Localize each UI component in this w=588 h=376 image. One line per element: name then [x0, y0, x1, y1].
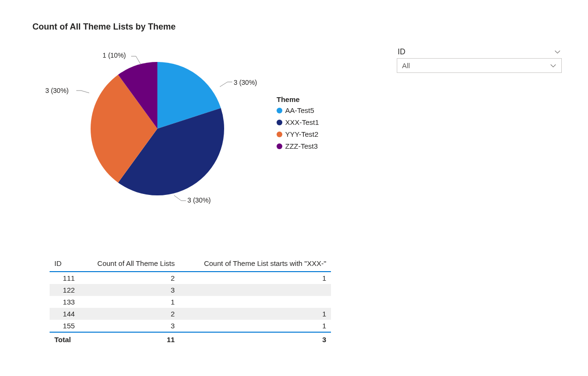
- cell-count-xxx: 1: [179, 308, 331, 320]
- legend-dot-icon: [277, 108, 282, 113]
- cell-count-xxx: [179, 296, 331, 308]
- legend-label: XXX-Test1: [285, 118, 319, 126]
- total-count-xxx: 3: [179, 332, 331, 346]
- cell-id: 144: [50, 308, 80, 320]
- total-label: Total: [50, 332, 80, 346]
- legend-dot-icon: [277, 143, 282, 149]
- cell-count-all: 1: [80, 296, 180, 308]
- col-count-all[interactable]: Count of All Theme Lists: [80, 257, 180, 272]
- legend-dot-icon: [277, 120, 282, 125]
- cell-count-xxx: 1: [179, 320, 331, 332]
- slicer-value: All: [402, 61, 410, 70]
- table-row[interactable]: 133 1: [50, 296, 331, 308]
- table-row[interactable]: 155 3 1: [50, 320, 331, 332]
- legend-item-zzz-test3[interactable]: ZZZ-Test3: [277, 142, 319, 150]
- chevron-down-icon: [550, 62, 557, 69]
- pie-label-slice2: 3 (30%): [45, 87, 69, 94]
- total-count-all: 11: [80, 332, 180, 346]
- svg-line-2: [174, 195, 181, 201]
- pie-label-slice0: 3 (30%): [234, 79, 257, 86]
- table-total-row: Total 11 3: [50, 332, 331, 346]
- cell-id: 122: [50, 284, 80, 296]
- legend: Theme AA-Test5 XXX-Test1 YYY-Test2 ZZZ-T…: [277, 95, 319, 154]
- legend-item-yyy-test2[interactable]: YYY-Test2: [277, 130, 319, 138]
- table-row[interactable]: 144 2 1: [50, 308, 331, 320]
- col-id[interactable]: ID: [50, 257, 80, 272]
- data-table[interactable]: ID Count of All Theme Lists Count of The…: [50, 257, 331, 346]
- cell-id: 155: [50, 320, 80, 332]
- cell-count-all: 2: [80, 272, 180, 284]
- chevron-down-icon: [554, 49, 561, 55]
- chart-title: Count of All Theme Lists by Theme: [32, 22, 175, 32]
- col-count-xxx[interactable]: Count of Theme List starts with "XXX-": [179, 257, 331, 272]
- slicer-field-label: ID: [398, 48, 405, 56]
- slicer-header[interactable]: ID: [397, 48, 562, 58]
- table-row[interactable]: 111 2 1: [50, 272, 331, 284]
- pie-chart[interactable]: 3 (30%) 3 (30%) 3 (30%) 1 (10%) Theme AA…: [43, 43, 339, 214]
- pie-svg: [43, 43, 262, 214]
- legend-title: Theme: [277, 95, 319, 103]
- cell-count-all: 3: [80, 320, 180, 332]
- pie-label-slice1: 3 (30%): [187, 196, 211, 204]
- svg-line-4: [81, 91, 89, 93]
- cell-id: 133: [50, 296, 80, 308]
- legend-label: AA-Test5: [285, 106, 314, 114]
- pie-label-slice3: 1 (10%): [103, 51, 126, 59]
- cell-count-all: 3: [80, 284, 180, 296]
- slicer-dropdown[interactable]: All: [397, 58, 562, 73]
- legend-dot-icon: [277, 132, 282, 137]
- table-header-row: ID Count of All Theme Lists Count of The…: [50, 257, 331, 272]
- legend-item-aa-test5[interactable]: AA-Test5: [277, 106, 319, 114]
- legend-label: ZZZ-Test3: [285, 142, 318, 150]
- svg-line-6: [136, 56, 141, 64]
- legend-item-xxx-test1[interactable]: XXX-Test1: [277, 118, 319, 126]
- cell-id: 111: [50, 272, 80, 284]
- legend-label: YYY-Test2: [285, 130, 319, 138]
- table-row[interactable]: 122 3: [50, 284, 331, 296]
- slicer-id: ID All: [397, 48, 562, 73]
- cell-count-xxx: 1: [179, 272, 331, 284]
- svg-line-0: [220, 82, 227, 87]
- cell-count-all: 2: [80, 308, 180, 320]
- cell-count-xxx: [179, 284, 331, 296]
